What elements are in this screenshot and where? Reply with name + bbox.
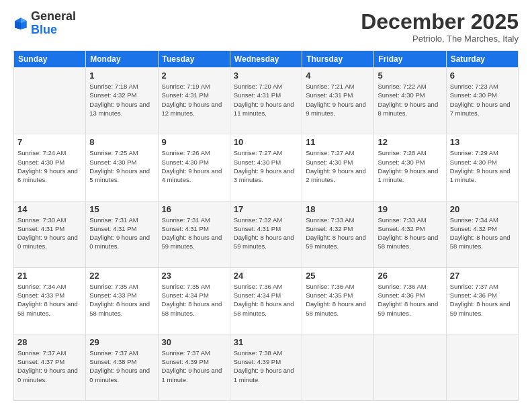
day-info: Sunrise: 7:18 AMSunset: 4:32 PMDaylight:… xyxy=(89,82,154,118)
day-number: 25 xyxy=(306,271,370,281)
day-info: Sunrise: 7:25 AMSunset: 4:30 PMDaylight:… xyxy=(89,148,154,184)
day-number: 4 xyxy=(306,71,370,81)
calendar-week-row: 28 Sunrise: 7:37 AMSunset: 4:37 PMDaylig… xyxy=(14,334,519,400)
table-row xyxy=(302,334,374,400)
table-row: 6 Sunrise: 7:23 AMSunset: 4:30 PMDayligh… xyxy=(446,68,518,134)
day-number: 30 xyxy=(162,337,226,347)
day-info: Sunrise: 7:35 AMSunset: 4:33 PMDaylight:… xyxy=(89,282,154,318)
header-wednesday: Wednesday xyxy=(230,51,302,68)
table-row: 18 Sunrise: 7:33 AMSunset: 4:32 PMDaylig… xyxy=(302,201,374,267)
table-row: 27 Sunrise: 7:37 AMSunset: 4:36 PMDaylig… xyxy=(446,267,518,334)
day-number: 11 xyxy=(306,137,370,147)
day-number: 27 xyxy=(450,271,515,281)
day-info: Sunrise: 7:33 AMSunset: 4:32 PMDaylight:… xyxy=(306,216,370,251)
day-info: Sunrise: 7:37 AMSunset: 4:38 PMDaylight:… xyxy=(89,349,154,384)
table-row: 22 Sunrise: 7:35 AMSunset: 4:33 PMDaylig… xyxy=(86,267,158,334)
day-number: 3 xyxy=(234,71,298,81)
day-info: Sunrise: 7:37 AMSunset: 4:39 PMDaylight:… xyxy=(162,349,226,384)
day-number: 13 xyxy=(450,137,515,147)
table-row: 21 Sunrise: 7:34 AMSunset: 4:33 PMDaylig… xyxy=(14,267,86,334)
day-info: Sunrise: 7:30 AMSunset: 4:31 PMDaylight:… xyxy=(17,216,82,251)
table-row: 20 Sunrise: 7:34 AMSunset: 4:32 PMDaylig… xyxy=(446,201,518,267)
day-info: Sunrise: 7:28 AMSunset: 4:30 PMDaylight:… xyxy=(378,148,442,184)
day-info: Sunrise: 7:20 AMSunset: 4:31 PMDaylight:… xyxy=(234,82,298,118)
header: General Blue December 2025 Petriolo, The… xyxy=(13,10,519,44)
logo-general-text: General xyxy=(31,9,76,23)
day-info: Sunrise: 7:23 AMSunset: 4:30 PMDaylight:… xyxy=(450,82,515,118)
day-info: Sunrise: 7:36 AMSunset: 4:34 PMDaylight:… xyxy=(234,282,298,318)
day-number: 18 xyxy=(306,204,370,214)
day-info: Sunrise: 7:37 AMSunset: 4:37 PMDaylight:… xyxy=(17,349,82,384)
day-number: 8 xyxy=(89,137,154,147)
table-row: 19 Sunrise: 7:33 AMSunset: 4:32 PMDaylig… xyxy=(374,201,446,267)
day-info: Sunrise: 7:22 AMSunset: 4:30 PMDaylight:… xyxy=(378,82,442,118)
table-row: 10 Sunrise: 7:27 AMSunset: 4:30 PMDaylig… xyxy=(230,134,302,201)
calendar-header-row: Sunday Monday Tuesday Wednesday Thursday… xyxy=(14,51,519,68)
header-sunday: Sunday xyxy=(14,51,86,68)
day-number: 31 xyxy=(234,337,298,347)
day-info: Sunrise: 7:21 AMSunset: 4:31 PMDaylight:… xyxy=(306,82,370,118)
table-row: 5 Sunrise: 7:22 AMSunset: 4:30 PMDayligh… xyxy=(374,68,446,134)
day-number: 20 xyxy=(450,204,515,214)
day-info: Sunrise: 7:36 AMSunset: 4:36 PMDaylight:… xyxy=(378,282,442,318)
table-row: 3 Sunrise: 7:20 AMSunset: 4:31 PMDayligh… xyxy=(230,68,302,134)
table-row xyxy=(14,68,86,134)
table-row xyxy=(374,334,446,400)
day-info: Sunrise: 7:37 AMSunset: 4:36 PMDaylight:… xyxy=(450,282,515,318)
table-row xyxy=(446,334,518,400)
day-number: 19 xyxy=(378,204,442,214)
table-row: 16 Sunrise: 7:31 AMSunset: 4:31 PMDaylig… xyxy=(158,201,230,267)
table-row: 8 Sunrise: 7:25 AMSunset: 4:30 PMDayligh… xyxy=(86,134,158,201)
table-row: 14 Sunrise: 7:30 AMSunset: 4:31 PMDaylig… xyxy=(14,201,86,267)
day-info: Sunrise: 7:31 AMSunset: 4:31 PMDaylight:… xyxy=(162,216,226,251)
day-number: 10 xyxy=(234,137,298,147)
day-number: 16 xyxy=(162,204,226,214)
day-number: 1 xyxy=(89,71,154,81)
table-row: 30 Sunrise: 7:37 AMSunset: 4:39 PMDaylig… xyxy=(158,334,230,400)
table-row: 2 Sunrise: 7:19 AMSunset: 4:31 PMDayligh… xyxy=(158,68,230,134)
day-info: Sunrise: 7:34 AMSunset: 4:32 PMDaylight:… xyxy=(450,216,515,251)
day-number: 12 xyxy=(378,137,442,147)
day-number: 9 xyxy=(162,137,226,147)
day-info: Sunrise: 7:34 AMSunset: 4:33 PMDaylight:… xyxy=(17,282,82,318)
header-saturday: Saturday xyxy=(446,51,518,68)
day-info: Sunrise: 7:19 AMSunset: 4:31 PMDaylight:… xyxy=(162,82,226,118)
table-row: 17 Sunrise: 7:32 AMSunset: 4:31 PMDaylig… xyxy=(230,201,302,267)
table-row: 31 Sunrise: 7:38 AMSunset: 4:39 PMDaylig… xyxy=(230,334,302,400)
day-number: 22 xyxy=(89,271,154,281)
table-row: 15 Sunrise: 7:31 AMSunset: 4:31 PMDaylig… xyxy=(86,201,158,267)
day-info: Sunrise: 7:36 AMSunset: 4:35 PMDaylight:… xyxy=(306,282,370,318)
day-info: Sunrise: 7:27 AMSunset: 4:30 PMDaylight:… xyxy=(306,148,370,184)
day-number: 6 xyxy=(450,71,515,81)
table-row: 12 Sunrise: 7:28 AMSunset: 4:30 PMDaylig… xyxy=(374,134,446,201)
day-number: 7 xyxy=(17,137,82,147)
day-info: Sunrise: 7:29 AMSunset: 4:30 PMDaylight:… xyxy=(450,148,515,184)
table-row: 1 Sunrise: 7:18 AMSunset: 4:32 PMDayligh… xyxy=(86,68,158,134)
day-number: 24 xyxy=(234,271,298,281)
day-number: 2 xyxy=(162,71,226,81)
day-number: 28 xyxy=(17,337,82,347)
calendar-week-row: 21 Sunrise: 7:34 AMSunset: 4:33 PMDaylig… xyxy=(14,267,519,334)
table-row: 11 Sunrise: 7:27 AMSunset: 4:30 PMDaylig… xyxy=(302,134,374,201)
table-row: 13 Sunrise: 7:29 AMSunset: 4:30 PMDaylig… xyxy=(446,134,518,201)
logo-icon xyxy=(13,16,28,31)
day-number: 26 xyxy=(378,271,442,281)
day-number: 21 xyxy=(17,271,82,281)
header-tuesday: Tuesday xyxy=(158,51,230,68)
logo-blue-text: Blue xyxy=(31,23,57,36)
day-number: 15 xyxy=(89,204,154,214)
table-row: 25 Sunrise: 7:36 AMSunset: 4:35 PMDaylig… xyxy=(302,267,374,334)
logo: General Blue xyxy=(13,10,76,37)
table-row: 9 Sunrise: 7:26 AMSunset: 4:30 PMDayligh… xyxy=(158,134,230,201)
day-number: 29 xyxy=(89,337,154,347)
day-info: Sunrise: 7:32 AMSunset: 4:31 PMDaylight:… xyxy=(234,216,298,251)
day-info: Sunrise: 7:26 AMSunset: 4:30 PMDaylight:… xyxy=(162,148,226,184)
day-info: Sunrise: 7:27 AMSunset: 4:30 PMDaylight:… xyxy=(234,148,298,184)
calendar-week-row: 7 Sunrise: 7:24 AMSunset: 4:30 PMDayligh… xyxy=(14,134,519,201)
day-info: Sunrise: 7:24 AMSunset: 4:30 PMDaylight:… xyxy=(17,148,82,184)
day-number: 23 xyxy=(162,271,226,281)
location-text: Petriolo, The Marches, Italy xyxy=(361,34,519,44)
calendar-week-row: 14 Sunrise: 7:30 AMSunset: 4:31 PMDaylig… xyxy=(14,201,519,267)
table-row: 23 Sunrise: 7:35 AMSunset: 4:34 PMDaylig… xyxy=(158,267,230,334)
day-number: 5 xyxy=(378,71,442,81)
